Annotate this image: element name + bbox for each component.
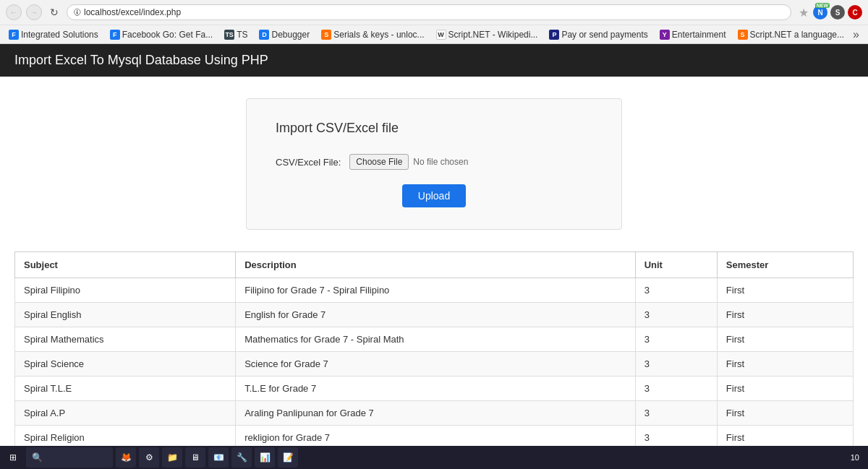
file-input-label: CSV/Excel File: bbox=[276, 157, 341, 168]
taskbar-icon-7[interactable]: 📊 bbox=[255, 447, 275, 468]
taskbar-icon-1[interactable]: 🦊 bbox=[116, 447, 136, 468]
file-input-wrapper: Choose File No file chosen bbox=[349, 154, 468, 170]
col-description: Description bbox=[236, 252, 635, 278]
bookmark-debugger[interactable]: D Debugger bbox=[256, 28, 312, 41]
cell-unit: 3 bbox=[635, 327, 717, 352]
page-title: Import Excel To Mysql Database Using PHP bbox=[14, 53, 268, 67]
ext-button-2[interactable]: S bbox=[830, 5, 845, 20]
bookmark-icon: P bbox=[549, 30, 559, 40]
page-header: Import Excel To Mysql Database Using PHP bbox=[0, 44, 868, 77]
table-header-row: Subject Description Unit Semester bbox=[15, 252, 854, 278]
file-input-group: CSV/Excel File: Choose File No file chos… bbox=[276, 154, 592, 170]
cell-unit: 3 bbox=[635, 401, 717, 426]
other-bookmarks[interactable]: 📁 Other boo... bbox=[865, 27, 868, 41]
bookmark-label: Facebook Go: Get Fa... bbox=[122, 30, 213, 40]
cell-description: Araling Panlipunan for Grade 7 bbox=[236, 401, 635, 426]
bookmarks-more-button[interactable]: » bbox=[853, 28, 859, 41]
cell-unit: 3 bbox=[635, 278, 717, 303]
url-text: localhost/excel/index.php bbox=[84, 7, 181, 17]
bookmark-label: Script.NET a language... bbox=[750, 30, 845, 40]
bookmark-label: Serials & keys - unloc... bbox=[333, 30, 424, 40]
taskbar-icon-3[interactable]: 📁 bbox=[162, 447, 182, 468]
bookmark-star-button[interactable]: ★ bbox=[799, 6, 809, 20]
bookmark-label: TS bbox=[237, 30, 247, 40]
bookmark-icon: TS bbox=[224, 30, 234, 40]
cell-description: T.L.E for Grade 7 bbox=[236, 377, 635, 401]
bookmark-label: Pay or send payments bbox=[561, 30, 647, 40]
col-unit: Unit bbox=[635, 252, 717, 278]
bookmark-icon: F bbox=[110, 30, 120, 40]
forward-button[interactable]: → bbox=[26, 4, 42, 20]
taskbar-icon-4[interactable]: 🖥 bbox=[185, 447, 205, 468]
bookmark-icon: S bbox=[321, 30, 331, 40]
table-row: Spiral A.PAraling Panlipunan for Grade 7… bbox=[15, 401, 854, 426]
bookmark-serials[interactable]: S Serials & keys - unloc... bbox=[318, 28, 427, 41]
taskbar-icon-2[interactable]: ⚙ bbox=[139, 447, 159, 468]
cell-description: Filipino for Grade 7 - Spiral Filipino bbox=[236, 278, 635, 303]
bookmark-facebook[interactable]: F Facebook Go: Get Fa... bbox=[107, 28, 216, 41]
cell-subject: Spiral Mathematics bbox=[15, 327, 236, 352]
taskbar-icon-8[interactable]: 📝 bbox=[278, 447, 298, 468]
table-row: Spiral EnglishEnglish for Grade 73First bbox=[15, 303, 854, 327]
bookmark-paypal[interactable]: P Pay or send payments bbox=[546, 28, 650, 41]
no-file-text: No file chosen bbox=[413, 157, 468, 167]
new-ext-button[interactable]: NNEW bbox=[813, 5, 827, 20]
cell-semester: First bbox=[717, 303, 853, 327]
cell-description: English for Grade 7 bbox=[236, 303, 635, 327]
cell-description: Science for Grade 7 bbox=[236, 352, 635, 377]
cell-semester: First bbox=[717, 377, 853, 401]
col-subject: Subject bbox=[15, 252, 236, 278]
cell-subject: Spiral English bbox=[15, 303, 236, 327]
main-content: Import CSV/Excel file CSV/Excel File: Ch… bbox=[0, 77, 868, 469]
taskbar: ⊞ 🔍 🦊 ⚙ 📁 🖥 📧 🔧 📊 📝 10 bbox=[0, 446, 868, 469]
cell-unit: 3 bbox=[635, 377, 717, 401]
start-button[interactable]: ⊞ bbox=[3, 447, 23, 468]
bookmark-label: Debugger bbox=[271, 30, 310, 40]
cell-subject: Spiral T.L.E bbox=[15, 377, 236, 401]
cell-description: Mathematics for Grade 7 - Spiral Math bbox=[236, 327, 635, 352]
reload-button[interactable]: ↻ bbox=[46, 4, 62, 20]
cell-unit: 3 bbox=[635, 303, 717, 327]
cell-semester: First bbox=[717, 401, 853, 426]
taskbar-icon-6[interactable]: 🔧 bbox=[231, 447, 252, 468]
cell-semester: First bbox=[717, 327, 853, 352]
bookmark-scriptnet-lang[interactable]: S Script.NET a language... bbox=[735, 28, 848, 41]
table-row: Spiral ScienceScience for Grade 73First bbox=[15, 352, 854, 377]
address-bar[interactable]: 🛈 localhost/excel/index.php bbox=[67, 4, 791, 20]
bookmark-scriptnet-wiki[interactable]: W Script.NET - Wikipedi... bbox=[433, 28, 541, 41]
upload-button[interactable]: Upload bbox=[402, 184, 466, 207]
bookmark-label: Script.NET - Wikipedi... bbox=[448, 30, 538, 40]
bookmark-icon: D bbox=[259, 30, 269, 40]
table-body: Spiral FilipinoFilipino for Grade 7 - Sp… bbox=[15, 278, 854, 450]
bookmarks-bar: F Integrated Solutions F Facebook Go: Ge… bbox=[0, 25, 868, 43]
bookmark-entertainment[interactable]: Y Entertainment bbox=[657, 28, 729, 41]
cell-unit: 3 bbox=[635, 352, 717, 377]
upload-card: Import CSV/Excel file CSV/Excel File: Ch… bbox=[246, 98, 622, 230]
taskbar-icon-5[interactable]: 📧 bbox=[208, 447, 229, 468]
cell-subject: Spiral A.P bbox=[15, 401, 236, 426]
cell-semester: First bbox=[717, 352, 853, 377]
browser-toolbar: ← → ↻ 🛈 localhost/excel/index.php ★ NNEW… bbox=[0, 0, 868, 25]
col-semester: Semester bbox=[717, 252, 853, 278]
data-table: Subject Description Unit Semester Spiral… bbox=[14, 251, 854, 450]
cell-subject: Spiral Science bbox=[15, 352, 236, 377]
browser-extensions: NNEW S C bbox=[813, 5, 862, 20]
bookmark-icon: Y bbox=[660, 30, 670, 40]
ext-button-3[interactable]: C bbox=[848, 5, 862, 20]
bookmark-icon: F bbox=[9, 30, 19, 40]
cell-subject: Spiral Filipino bbox=[15, 278, 236, 303]
bookmark-integrated-solutions[interactable]: F Integrated Solutions bbox=[6, 28, 101, 41]
bookmark-label: Integrated Solutions bbox=[21, 30, 98, 40]
choose-file-button[interactable]: Choose File bbox=[349, 154, 409, 170]
cell-semester: First bbox=[717, 278, 853, 303]
back-button[interactable]: ← bbox=[6, 4, 22, 20]
bookmark-icon: W bbox=[436, 30, 446, 40]
taskbar-search[interactable]: 🔍 bbox=[26, 447, 113, 468]
bookmark-label: Entertainment bbox=[672, 30, 726, 40]
table-row: Spiral MathematicsMathematics for Grade … bbox=[15, 327, 854, 352]
upload-card-heading: Import CSV/Excel file bbox=[276, 121, 592, 136]
bookmark-ts[interactable]: TS TS bbox=[221, 28, 250, 41]
table-row: Spiral FilipinoFilipino for Grade 7 - Sp… bbox=[15, 278, 854, 303]
upload-button-wrapper: Upload bbox=[276, 184, 592, 207]
bookmark-icon: S bbox=[738, 30, 748, 40]
